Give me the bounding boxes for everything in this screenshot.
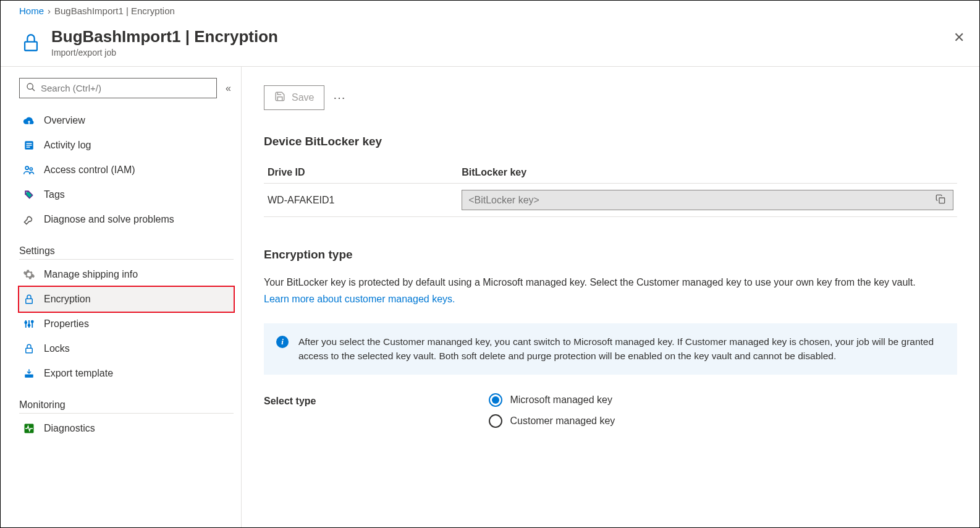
lock-icon	[23, 343, 35, 355]
save-button-label: Save	[292, 92, 314, 103]
chevron-right-icon: ›	[48, 6, 51, 16]
sidebar-item-label: Diagnostics	[44, 423, 95, 434]
sidebar-item-label: Properties	[44, 318, 89, 330]
bitlocker-table: Drive ID BitLocker key WD-AFAKEID1	[264, 162, 957, 217]
close-button[interactable]: ✕	[953, 30, 965, 46]
encryption-type-radio-group: Microsoft managed key Customer managed k…	[489, 393, 615, 428]
radio-customer-key[interactable]: Customer managed key	[489, 414, 615, 428]
table-row: WD-AFAKEID1	[264, 184, 957, 217]
radio-microsoft-key[interactable]: Microsoft managed key	[489, 393, 615, 407]
sidebar-item-activity-log[interactable]: Activity log	[19, 133, 234, 158]
svg-point-14	[25, 321, 27, 323]
encryption-section-title: Encryption type	[264, 248, 957, 262]
sidebar-item-properties[interactable]: Properties	[19, 312, 234, 336]
lock-icon	[23, 293, 35, 305]
breadcrumb: Home › BugBashImport1 | Encryption	[1, 1, 979, 21]
breadcrumb-current: BugBashImport1 | Encryption	[54, 6, 175, 16]
sidebar: « Overview Activity log Access control (…	[1, 67, 242, 528]
svg-rect-4	[27, 143, 32, 144]
search-icon	[26, 82, 36, 94]
radio-label-text: Customer managed key	[510, 415, 615, 427]
info-icon: i	[276, 336, 289, 348]
svg-rect-17	[26, 348, 33, 353]
people-icon	[23, 164, 35, 176]
copy-icon	[936, 197, 945, 206]
lock-icon	[19, 31, 43, 54]
search-input[interactable]	[41, 83, 210, 93]
svg-point-1	[27, 83, 33, 89]
radio-icon	[489, 414, 502, 428]
sidebar-item-diagnose[interactable]: Diagnose and solve problems	[19, 207, 234, 232]
sidebar-section-settings: Settings	[19, 245, 234, 260]
bitlocker-key-field[interactable]	[462, 190, 953, 210]
sidebar-item-label: Activity log	[44, 140, 91, 151]
sliders-icon	[23, 318, 35, 330]
page-title: BugBashImport1 | Encryption	[51, 27, 278, 46]
sidebar-section-monitoring: Monitoring	[19, 399, 234, 414]
save-button[interactable]: Save	[264, 85, 324, 110]
page-header: BugBashImport1 | Encryption Import/expor…	[1, 21, 979, 67]
sidebar-item-label: Export template	[44, 368, 113, 379]
sidebar-item-access-control[interactable]: Access control (IAM)	[19, 158, 234, 182]
svg-rect-10	[26, 299, 33, 304]
select-type-label: Select type	[264, 393, 316, 407]
search-box[interactable]	[19, 78, 217, 98]
export-icon	[23, 367, 35, 380]
sidebar-item-locks[interactable]: Locks	[19, 336, 234, 361]
sidebar-item-label: Overview	[44, 115, 85, 126]
log-icon	[23, 139, 35, 151]
sidebar-item-label: Locks	[44, 343, 70, 354]
more-button[interactable]: ⋯	[333, 90, 347, 105]
sidebar-item-encryption[interactable]: Encryption	[19, 287, 234, 312]
svg-rect-6	[27, 147, 30, 148]
learn-more-link[interactable]: Learn more about customer managed keys.	[264, 294, 455, 305]
sidebar-item-diagnostics[interactable]: Diagnostics	[19, 416, 234, 441]
sidebar-item-label: Diagnose and solve problems	[44, 214, 174, 225]
gear-icon	[23, 268, 35, 281]
toolbar: Save ⋯	[264, 85, 957, 110]
ellipsis-icon: ⋯	[333, 91, 347, 104]
info-box: i After you select the Customer mananged…	[264, 323, 957, 375]
drive-id-cell: WD-AFAKEID1	[264, 184, 458, 217]
sidebar-item-shipping[interactable]: Manage shipping info	[19, 262, 234, 287]
svg-point-8	[30, 168, 32, 170]
encryption-description: Your BitLocker key is protected by defau…	[264, 275, 957, 290]
svg-line-2	[32, 88, 35, 91]
breadcrumb-home-link[interactable]: Home	[19, 6, 44, 16]
svg-rect-20	[939, 198, 945, 203]
sidebar-item-overview[interactable]: Overview	[19, 108, 234, 133]
radio-icon	[489, 393, 502, 407]
tag-icon	[23, 189, 35, 201]
chevron-double-left-icon: «	[226, 83, 231, 93]
sidebar-item-label: Tags	[44, 189, 65, 200]
heartbeat-icon	[23, 422, 35, 435]
svg-point-16	[32, 321, 33, 323]
col-drive-id: Drive ID	[264, 162, 458, 184]
sidebar-item-tags[interactable]: Tags	[19, 182, 234, 207]
sidebar-item-label: Access control (IAM)	[44, 164, 135, 176]
sidebar-item-export-template[interactable]: Export template	[19, 361, 234, 386]
bitlocker-key-input[interactable]	[468, 195, 934, 206]
page-subtitle: Import/export job	[51, 48, 278, 57]
main-content: Save ⋯ Device BitLocker key Drive ID Bit…	[242, 67, 979, 528]
svg-point-7	[25, 166, 28, 169]
svg-rect-18	[25, 375, 33, 378]
close-icon: ✕	[953, 30, 965, 45]
info-text: After you select the Customer mananged k…	[298, 334, 945, 364]
wrench-icon	[23, 213, 35, 226]
bitlocker-section-title: Device BitLocker key	[264, 135, 957, 148]
collapse-sidebar-button[interactable]: «	[223, 80, 234, 96]
radio-label-text: Microsoft managed key	[510, 394, 612, 406]
cloud-icon	[23, 114, 35, 127]
svg-point-15	[28, 325, 30, 326]
copy-button[interactable]	[934, 193, 947, 207]
col-bitlocker-key: BitLocker key	[458, 162, 957, 184]
sidebar-item-label: Manage shipping info	[44, 269, 138, 280]
svg-rect-0	[25, 41, 37, 50]
svg-rect-5	[27, 145, 32, 146]
sidebar-item-label: Encryption	[44, 294, 91, 305]
save-icon	[274, 91, 285, 104]
